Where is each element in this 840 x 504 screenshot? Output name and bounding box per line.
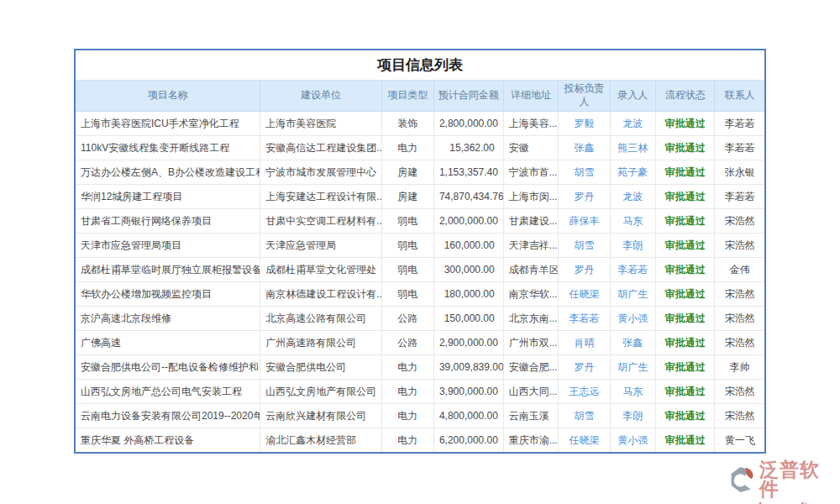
table-row: 山西弘文房地产总公司电气安装工程山西弘文房地产有限公司电力3,900,000.0… (76, 380, 764, 404)
amount-cell: 150,000.00 (433, 307, 503, 331)
status-cell[interactable]: 审批通过 (655, 160, 715, 185)
type-cell: 房建 (381, 185, 433, 209)
fanpu-brand-name: 泛普软件 (759, 460, 835, 499)
fanpu-brand-url: www.fanpusoft.com (729, 501, 835, 504)
bid_manager-cell[interactable]: 胡雪 (559, 234, 611, 258)
bid_manager-cell[interactable]: 王志远 (559, 380, 611, 404)
status-cell[interactable]: 审批通过 (655, 136, 715, 160)
contact-cell: 李若若 (715, 185, 764, 209)
address-cell: 重庆市渝... (503, 428, 559, 453)
entry_person-cell[interactable]: 胡广生 (610, 355, 655, 380)
address-cell: 南京华软... (503, 282, 559, 307)
project-table: 项目名称建设单位项目类型预计合同金额详细地址投标负责人录入人流程状态联系人 上海… (76, 80, 764, 452)
status-cell[interactable]: 审批通过 (655, 355, 715, 380)
status-cell[interactable]: 审批通过 (655, 331, 715, 355)
unit-cell: 山西弘文房地产有限公司 (260, 380, 381, 404)
column-header-unit: 建设单位 (260, 81, 381, 112)
status-cell[interactable]: 审批通过 (655, 112, 715, 136)
status-cell[interactable]: 审批通过 (655, 404, 715, 428)
bid_manager-cell[interactable]: 胡雪 (559, 404, 611, 428)
column-header-name: 项目名称 (76, 81, 260, 112)
entry_person-cell[interactable]: 李朗 (610, 404, 655, 428)
amount-cell: 180,000.00 (433, 282, 503, 307)
name-cell: 110kV安徽线程集变开断线路工程 (76, 136, 260, 160)
bid_manager-cell[interactable]: 任晓渠 (559, 428, 611, 453)
unit-cell: 宁波市城市发展管理中心 (260, 160, 381, 185)
entry_person-cell[interactable]: 黄小强 (610, 307, 655, 331)
fanpu-logo: 泛普软件 www.fanpusoft.com (729, 460, 835, 504)
entry_person-cell[interactable]: 龙波 (610, 185, 655, 209)
entry_person-cell[interactable]: 马东 (610, 209, 655, 234)
entry_person-cell[interactable]: 龙波 (610, 112, 655, 136)
entry_person-cell[interactable]: 苑子豪 (610, 160, 655, 185)
status-cell[interactable]: 审批通过 (655, 282, 715, 307)
unit-cell: 云南欣兴建材有限公司 (260, 404, 381, 428)
table-row: 110kV安徽线程集变开断线路工程安徽高信达工程建设集团...电力15,362.… (76, 136, 764, 160)
entry_person-cell[interactable]: 胡广生 (610, 282, 655, 307)
name-cell: 天津市应急管理局项目 (76, 234, 260, 258)
entry_person-cell[interactable]: 马东 (610, 380, 655, 404)
column-header-address: 详细地址 (503, 81, 559, 112)
unit-cell: 甘肃中实空调工程材料有... (260, 209, 381, 234)
unit-cell: 天津应急管理局 (260, 234, 381, 258)
unit-cell: 广州高速路有限公司 (260, 331, 381, 355)
name-cell: 安徽合肥供电公司--配电设备检修维护和... (76, 355, 260, 380)
bid_manager-cell[interactable]: 罗丹 (559, 185, 611, 209)
page-title: 项目信息列表 (76, 50, 764, 80)
type-cell: 电力 (381, 404, 433, 428)
unit-cell: 成都杜甫草堂文化管理处 (260, 258, 381, 282)
entry_person-cell[interactable]: 黄小强 (610, 428, 655, 453)
bid_manager-cell[interactable]: 任晓渠 (559, 282, 611, 307)
bid_manager-cell[interactable]: 肖晴 (559, 331, 611, 355)
status-cell[interactable]: 审批通过 (655, 428, 715, 453)
unit-cell: 安徽合肥供电公司 (260, 355, 381, 380)
bid_manager-cell[interactable]: 薛保丰 (559, 209, 611, 234)
table-row: 华润12城房建工程项目上海安建达工程设计有限...房建74,870,434.76… (76, 185, 764, 209)
address-cell: 云南玉溪 (503, 404, 559, 428)
amount-cell: 6,200,000.00 (433, 428, 503, 453)
status-cell[interactable]: 审批通过 (655, 258, 715, 282)
bid_manager-cell[interactable]: 罗丹 (559, 258, 611, 282)
type-cell: 房建 (381, 160, 433, 185)
table-row: 云南电力设备安装有限公司2019--2020年...云南欣兴建材有限公司电力4,… (76, 404, 764, 428)
contact-cell: 张永银 (715, 160, 764, 185)
amount-cell: 1,153,357.40 (433, 160, 503, 185)
bid_manager-cell[interactable]: 罗丹 (559, 355, 611, 380)
type-cell: 电力 (381, 355, 433, 380)
amount-cell: 4,800,000.00 (433, 404, 503, 428)
status-cell[interactable]: 审批通过 (655, 307, 715, 331)
contact-cell: 宋浩然 (715, 234, 764, 258)
entry_person-cell[interactable]: 熊三林 (610, 136, 655, 160)
address-cell: 甘肃建设... (503, 209, 559, 234)
bid_manager-cell[interactable]: 张鑫 (559, 136, 611, 160)
type-cell: 弱电 (381, 282, 433, 307)
contact-cell: 宋浩然 (715, 209, 764, 234)
contact-cell: 黄一飞 (715, 428, 764, 453)
table-row: 广佛高速广州高速路有限公司公路2,900,000.00广州市双...肖晴张鑫审批… (76, 331, 764, 355)
status-cell[interactable]: 审批通过 (655, 380, 715, 404)
type-cell: 弱电 (381, 234, 433, 258)
entry_person-cell[interactable]: 李朗 (610, 234, 655, 258)
bid_manager-cell[interactable]: 罗毅 (559, 112, 611, 136)
status-cell[interactable]: 审批通过 (655, 209, 715, 234)
project-info-panel: 项目信息列表 项目名称建设单位项目类型预计合同金额详细地址投标负责人录入人流程状… (74, 49, 766, 454)
column-header-entry_person: 录入人 (610, 81, 655, 112)
contact-cell: 宋浩然 (715, 282, 764, 307)
table-row: 上海市美容医院ICU手术室净化工程上海市美容医院装饰2,800,000.00上海… (76, 112, 764, 136)
name-cell: 华软办公楼增加视频监控项目 (76, 282, 260, 307)
address-cell: 广州市双... (503, 331, 559, 355)
table-row: 万达办公楼左侧A、B办公楼改造建设工程宁波市城市发展管理中心房建1,153,35… (76, 160, 764, 185)
bid_manager-cell[interactable]: 李若若 (559, 307, 611, 331)
entry_person-cell[interactable]: 李若若 (610, 258, 655, 282)
address-cell: 宁波市首... (503, 160, 559, 185)
status-cell[interactable]: 审批通过 (655, 234, 715, 258)
column-header-amount: 预计合同金额 (433, 81, 503, 112)
table-row: 重庆华夏 外高桥工程设备渝北汇鑫木材经营部电力6,200,000.00重庆市渝.… (76, 428, 764, 453)
bid_manager-cell[interactable]: 胡雪 (559, 160, 611, 185)
name-cell: 成都杜甫草堂临时展厅独立展柜报警设备... (76, 258, 260, 282)
entry_person-cell[interactable]: 张鑫 (610, 331, 655, 355)
status-cell[interactable]: 审批通过 (655, 185, 715, 209)
column-header-type: 项目类型 (381, 81, 433, 112)
table-row: 天津市应急管理局项目天津应急管理局弱电160,000.00天津吉祥...胡雪李朗… (76, 234, 764, 258)
type-cell: 弱电 (381, 209, 433, 234)
